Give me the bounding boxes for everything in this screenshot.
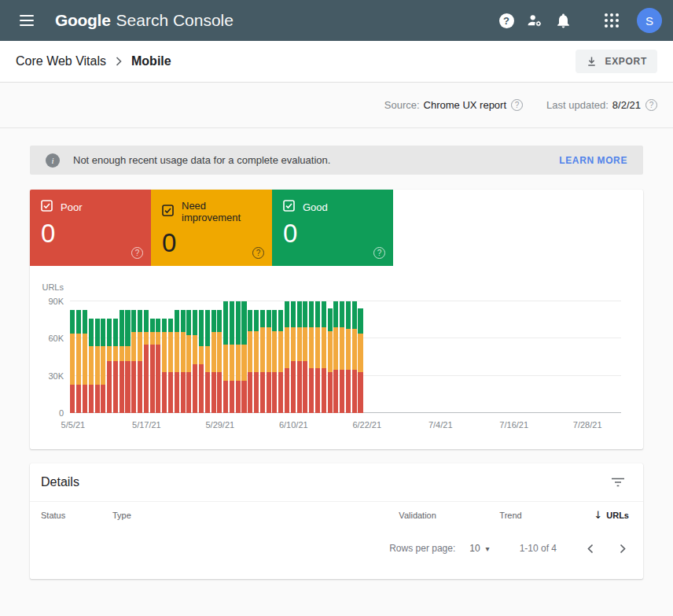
bar-segment-good bbox=[101, 319, 105, 346]
column-header-validation[interactable]: Validation bbox=[399, 511, 499, 520]
logo-google-text: Google bbox=[55, 11, 111, 30]
bar-segment-good bbox=[120, 310, 124, 346]
chart-bar[interactable] bbox=[193, 310, 197, 413]
chart-bar[interactable] bbox=[144, 310, 149, 413]
chart-bar[interactable] bbox=[186, 310, 191, 413]
chart-bar[interactable] bbox=[168, 319, 173, 413]
chart-bar[interactable] bbox=[162, 319, 167, 413]
chart-bar[interactable] bbox=[181, 310, 186, 413]
chart-bar[interactable] bbox=[107, 319, 112, 413]
status-card-need-improvement[interactable]: Need improvement 0 ? bbox=[151, 190, 272, 266]
chart-bar[interactable] bbox=[241, 301, 246, 413]
chart-bar[interactable] bbox=[138, 310, 142, 413]
chart-bar[interactable] bbox=[205, 310, 210, 413]
chart-bar[interactable] bbox=[175, 310, 179, 413]
status-card-good[interactable]: Good 0 ? bbox=[272, 190, 393, 266]
notifications-bell-icon[interactable] bbox=[549, 6, 577, 35]
x-tick-label: 5/5/21 bbox=[61, 420, 86, 430]
chart-bar[interactable] bbox=[260, 310, 265, 413]
chart-bar[interactable] bbox=[95, 319, 100, 413]
x-tick-label: 7/16/21 bbox=[499, 420, 528, 430]
chart-bar[interactable] bbox=[230, 301, 234, 413]
chart-bar[interactable] bbox=[291, 301, 296, 413]
chart-bar[interactable] bbox=[322, 301, 326, 413]
chart-bar[interactable] bbox=[352, 301, 357, 413]
chart-bar[interactable] bbox=[248, 310, 252, 413]
chart-bar[interactable] bbox=[156, 319, 160, 413]
status-card-poor[interactable]: Poor 0 ? bbox=[30, 190, 151, 266]
chart-bar[interactable] bbox=[217, 310, 222, 413]
chart-bar[interactable] bbox=[315, 301, 320, 413]
column-header-status[interactable]: Status bbox=[41, 511, 112, 520]
chart-bar[interactable] bbox=[70, 310, 75, 413]
chart-bar[interactable] bbox=[303, 301, 307, 413]
chart-bar[interactable] bbox=[346, 301, 351, 413]
chart-bar[interactable] bbox=[150, 319, 155, 413]
chart-bar[interactable] bbox=[131, 310, 136, 413]
report-meta-row: Source: Chrome UX report ? Last updated:… bbox=[0, 83, 673, 128]
chart-bar[interactable] bbox=[223, 301, 228, 413]
bar-segment-poor bbox=[150, 345, 155, 413]
chart-bar[interactable] bbox=[278, 310, 283, 413]
chart-bar[interactable] bbox=[328, 308, 333, 413]
bar-segment-need-improvement bbox=[248, 331, 252, 372]
bar-segment-good bbox=[186, 310, 191, 335]
column-header-type[interactable]: Type bbox=[112, 511, 399, 520]
chart-bar[interactable] bbox=[267, 310, 271, 413]
chart-bar[interactable] bbox=[254, 310, 259, 413]
avatar[interactable]: S bbox=[637, 8, 662, 33]
export-button[interactable]: EXPORT bbox=[576, 50, 657, 73]
checkbox-checked-icon[interactable] bbox=[41, 200, 53, 214]
status-card-label: Good bbox=[303, 201, 328, 213]
hamburger-menu-icon[interactable] bbox=[11, 5, 42, 36]
chart-bar[interactable] bbox=[83, 310, 87, 413]
chart-bar[interactable] bbox=[297, 301, 302, 413]
rows-per-page-select[interactable]: 10 ▾ bbox=[469, 543, 489, 554]
bar-segment-poor bbox=[181, 372, 186, 413]
learn-more-link[interactable]: LEARN MORE bbox=[559, 155, 627, 166]
bar-segment-good bbox=[358, 308, 362, 334]
details-table-header: Status Type Validation Trend ↓ URLs bbox=[30, 501, 643, 528]
manage-users-icon[interactable] bbox=[520, 6, 549, 35]
help-circle-icon[interactable]: ? bbox=[252, 247, 264, 259]
chart-bar[interactable] bbox=[76, 310, 81, 413]
column-header-urls[interactable]: ↓ URLs bbox=[594, 509, 629, 521]
dropdown-caret-icon: ▾ bbox=[486, 544, 490, 553]
bar-segment-need-improvement bbox=[272, 331, 277, 372]
chart-bar[interactable] bbox=[272, 310, 277, 413]
help-icon[interactable]: ? bbox=[492, 6, 520, 35]
help-circle-icon[interactable]: ? bbox=[131, 247, 143, 259]
chart-bar[interactable] bbox=[309, 301, 314, 413]
column-header-trend[interactable]: Trend bbox=[499, 511, 594, 520]
chart-bar[interactable] bbox=[285, 301, 289, 413]
chart-bar[interactable] bbox=[211, 310, 216, 413]
source-help-icon[interactable]: ? bbox=[511, 99, 523, 111]
chart-bar[interactable] bbox=[125, 310, 130, 413]
bar-segment-need-improvement bbox=[241, 345, 246, 381]
breadcrumb-parent-link[interactable]: Core Web Vitals bbox=[16, 54, 106, 68]
chart-bar[interactable] bbox=[358, 308, 362, 413]
chart-bar[interactable] bbox=[89, 319, 94, 413]
filter-list-icon[interactable] bbox=[607, 471, 629, 493]
bar-segment-good bbox=[181, 310, 186, 332]
last-updated-label: Last updated: bbox=[546, 99, 609, 111]
bar-segment-need-improvement bbox=[175, 332, 179, 371]
last-updated-help-icon[interactable]: ? bbox=[645, 99, 657, 111]
chart-bar[interactable] bbox=[120, 310, 124, 413]
help-circle-icon[interactable]: ? bbox=[373, 247, 385, 259]
app-logo[interactable]: Google Search Console bbox=[55, 11, 234, 30]
chart-bar[interactable] bbox=[101, 319, 105, 413]
bar-segment-need-improvement bbox=[267, 327, 271, 372]
y-tick-label: 90K bbox=[48, 297, 64, 306]
chart-bar[interactable] bbox=[333, 301, 338, 413]
chart-bar[interactable] bbox=[340, 301, 344, 413]
chart-bar[interactable] bbox=[199, 310, 204, 413]
chart-bar[interactable] bbox=[236, 301, 241, 413]
chart-bar[interactable] bbox=[113, 319, 118, 413]
checkbox-checked-icon[interactable] bbox=[162, 205, 174, 219]
apps-grid-icon[interactable] bbox=[598, 6, 626, 35]
bar-segment-good bbox=[70, 310, 75, 334]
previous-page-icon[interactable] bbox=[580, 539, 599, 558]
next-page-icon[interactable] bbox=[613, 539, 632, 558]
checkbox-checked-icon[interactable] bbox=[283, 200, 295, 214]
